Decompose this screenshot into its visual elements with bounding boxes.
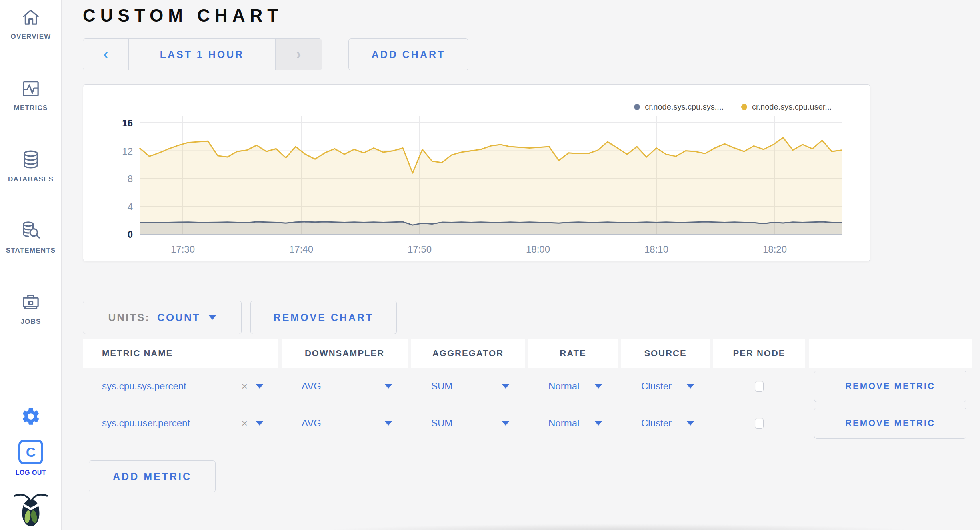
- sidebar-item-label: JOBS: [0, 318, 62, 326]
- column-header-aggregator: AGGREGATOR: [411, 339, 525, 368]
- svg-text:4: 4: [128, 201, 133, 212]
- svg-text:17:30: 17:30: [171, 244, 195, 255]
- column-header-actions: [809, 339, 972, 368]
- time-range-label: LAST 1 HOUR: [160, 49, 244, 60]
- column-header-source: SOURCE: [621, 339, 710, 368]
- time-range-selector: ‹ LAST 1 HOUR ›: [83, 38, 322, 70]
- metric-row-2: sys.cpu.user.percent × AVG SUM Normal Cl…: [83, 405, 975, 442]
- custom-chart-card: cr.node.sys.cpu.sys.... cr.node.sys.cpu.…: [83, 84, 870, 261]
- downsampler-dropdown[interactable]: AVG: [282, 368, 408, 405]
- legend-entry-user[interactable]: cr.node.sys.cpu.user...: [741, 102, 832, 112]
- svg-text:18:20: 18:20: [763, 244, 787, 255]
- svg-text:16: 16: [122, 118, 133, 128]
- jobs-icon: [19, 291, 42, 314]
- sidebar-item-label: STATEMENTS: [0, 247, 62, 255]
- sidebar-item-databases[interactable]: DATABASES: [0, 148, 62, 183]
- time-range-prev-button[interactable]: ‹: [83, 39, 129, 70]
- source-dropdown[interactable]: Cluster: [621, 405, 710, 442]
- svg-text:12: 12: [122, 146, 133, 157]
- sidebar-item-statements[interactable]: STATEMENTS: [0, 219, 62, 255]
- metric-name-select[interactable]: sys.cpu.user.percent ×: [83, 405, 278, 442]
- downsampler-dropdown[interactable]: AVG: [282, 405, 408, 442]
- svg-text:17:40: 17:40: [289, 244, 313, 255]
- add-metric-button[interactable]: ADD METRIC: [89, 460, 216, 492]
- chart-settings-row: UNITS: COUNT REMOVE CHART: [83, 301, 980, 334]
- aggregator-dropdown[interactable]: SUM: [411, 405, 525, 442]
- chevron-down-icon: [686, 384, 694, 389]
- svg-text:8: 8: [128, 173, 133, 184]
- main-content: CUSTOM CHART ‹ LAST 1 HOUR › ADD CHART c…: [62, 0, 980, 530]
- svg-text:18:00: 18:00: [526, 244, 550, 255]
- metric-name-select[interactable]: sys.cpu.sys.percent ×: [83, 368, 278, 405]
- per-node-checkbox[interactable]: [755, 381, 764, 392]
- metrics-table: METRIC NAME DOWNSAMPLER AGGREGATOR RATE …: [83, 339, 975, 442]
- legend-label: cr.node.sys.cpu.sys....: [645, 102, 724, 112]
- metric-name-value: sys.cpu.user.percent: [102, 418, 190, 429]
- column-header-rate: RATE: [528, 339, 618, 368]
- chevron-down-icon: [384, 421, 392, 426]
- logout-icon: C: [18, 440, 43, 464]
- statements-icon: [19, 219, 42, 243]
- units-dropdown[interactable]: UNITS: COUNT: [83, 301, 242, 334]
- sidebar-item-overview[interactable]: OVERVIEW: [0, 6, 62, 41]
- sidebar: OVERVIEW METRICS DATABASES STATEMENTS: [0, 0, 62, 530]
- metric-row-1: sys.cpu.sys.percent × AVG SUM Normal Clu…: [83, 368, 975, 405]
- chevron-down-icon: [256, 384, 264, 389]
- sidebar-item-label: DATABASES: [0, 175, 62, 183]
- svg-text:18:10: 18:10: [644, 244, 668, 255]
- aggregator-dropdown[interactable]: SUM: [411, 368, 525, 405]
- chevron-down-icon: [502, 384, 510, 389]
- column-header-downsampler: DOWNSAMPLER: [282, 339, 408, 368]
- sidebar-item-jobs[interactable]: JOBS: [0, 291, 62, 326]
- clear-metric-icon[interactable]: ×: [242, 380, 248, 393]
- chevron-left-icon: ‹: [104, 47, 108, 62]
- chevron-down-icon: [686, 421, 694, 426]
- per-node-checkbox[interactable]: [755, 418, 764, 429]
- chevron-down-icon: [594, 421, 602, 426]
- metric-name-value: sys.cpu.sys.percent: [102, 381, 186, 392]
- logout-control[interactable]: C LOG OUT: [0, 440, 62, 476]
- cockroachdb-logo: [0, 491, 62, 529]
- remove-metric-button[interactable]: REMOVE METRIC: [814, 408, 966, 439]
- add-chart-button[interactable]: ADD CHART: [348, 38, 468, 70]
- chevron-down-icon: [502, 421, 510, 426]
- gear-icon: [20, 406, 41, 427]
- column-header-metric-name: METRIC NAME: [83, 339, 278, 368]
- legend-label: cr.node.sys.cpu.user...: [752, 102, 832, 112]
- svg-text:0: 0: [128, 229, 133, 240]
- chevron-down-icon: [208, 315, 216, 320]
- units-value: COUNT: [157, 311, 200, 324]
- cockroach-bug-icon: [14, 491, 48, 528]
- chevron-down-icon: [256, 421, 264, 426]
- rate-dropdown[interactable]: Normal: [528, 405, 618, 442]
- legend-dot-icon: [634, 104, 640, 110]
- time-range-dropdown[interactable]: LAST 1 HOUR: [129, 39, 275, 70]
- chart-controls-row: ‹ LAST 1 HOUR › ADD CHART: [83, 38, 980, 70]
- remove-metric-button[interactable]: REMOVE METRIC: [814, 371, 966, 402]
- home-icon: [19, 6, 42, 29]
- chevron-right-icon: ›: [296, 47, 301, 62]
- sidebar-item-label: METRICS: [0, 104, 62, 112]
- page-title: CUSTOM CHART: [83, 4, 980, 27]
- column-header-per-node: PER NODE: [713, 339, 805, 368]
- chevron-down-icon: [594, 384, 602, 389]
- database-icon: [19, 148, 42, 171]
- sidebar-item-label: OVERVIEW: [0, 33, 62, 41]
- metrics-icon: [19, 77, 42, 100]
- logout-label: LOG OUT: [0, 469, 62, 476]
- settings-control[interactable]: [0, 406, 62, 428]
- legend-dot-icon: [741, 104, 747, 110]
- sidebar-item-metrics[interactable]: METRICS: [0, 77, 62, 112]
- units-label: UNITS:: [108, 311, 150, 324]
- chart-legend: cr.node.sys.cpu.sys.... cr.node.sys.cpu.…: [634, 102, 832, 112]
- remove-chart-button[interactable]: REMOVE CHART: [250, 301, 397, 334]
- source-dropdown[interactable]: Cluster: [621, 368, 710, 405]
- rate-dropdown[interactable]: Normal: [528, 368, 618, 405]
- legend-entry-sys[interactable]: cr.node.sys.cpu.sys....: [634, 102, 724, 112]
- svg-text:17:50: 17:50: [408, 244, 432, 255]
- time-range-next-button[interactable]: ›: [275, 39, 322, 70]
- chevron-down-icon: [384, 384, 392, 389]
- metrics-table-header: METRIC NAME DOWNSAMPLER AGGREGATOR RATE …: [83, 339, 975, 368]
- clear-metric-icon[interactable]: ×: [242, 417, 248, 430]
